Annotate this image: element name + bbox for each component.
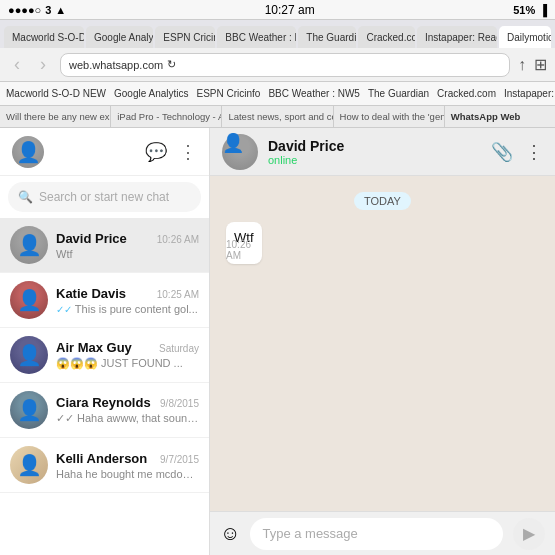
david-avatar-icon: 👤 — [17, 235, 42, 255]
search-bar[interactable]: 🔍 Search or start new chat — [8, 182, 201, 212]
more-icon[interactable]: ⋮ — [179, 141, 197, 163]
bookmarks-bar: Macworld S-O-D NEW Google Analytics ESPN… — [0, 82, 555, 106]
url-bar[interactable]: web.whatsapp.com ↻ — [60, 53, 510, 77]
new-tab-button[interactable]: ⊞ — [534, 55, 547, 74]
avatar-ciara: 👤 — [10, 391, 48, 429]
chat-item-kelli[interactable]: 👤 Kelli Anderson 9/7/2015 Haha he bought… — [0, 438, 209, 493]
browser-tab-0[interactable]: Macworld S-O-D NEW — [4, 26, 84, 48]
chat-contact-name: David Price — [268, 138, 481, 154]
site-tab-2[interactable]: Latest news, sport and comm... — [222, 106, 333, 127]
site-tab-4[interactable]: WhatsApp Web — [445, 106, 555, 127]
bookmark-1[interactable]: Google Analytics — [114, 88, 189, 99]
emoji-button[interactable]: ☺ — [220, 522, 240, 545]
bookmark-2[interactable]: ESPN Cricinfo — [197, 88, 261, 99]
browser-tab-3[interactable]: BBC Weather : NW5 — [217, 26, 296, 48]
chat-preview-ciara: ✓✓ Haha awww, that sound... — [56, 412, 199, 425]
send-button[interactable]: ▶ — [513, 518, 545, 550]
chat-preview-david: Wtf — [56, 248, 199, 260]
date-badge: TODAY — [354, 192, 411, 210]
browser-nav-bar: ‹ › web.whatsapp.com ↻ ↑ ⊞ — [0, 48, 555, 82]
attachment-icon[interactable]: 📎 — [491, 141, 513, 163]
browser-tab-2[interactable]: ESPN Cricinfo — [155, 26, 215, 48]
chat-header-actions: 📎 ⋮ — [491, 141, 543, 163]
chat-time-ciara: 9/8/2015 — [160, 398, 199, 409]
chat-sidebar: 👤 💬 ⋮ 🔍 Search or start new chat 👤 David… — [0, 128, 210, 555]
my-avatar[interactable]: 👤 — [12, 136, 44, 168]
status-left: ●●●●○ 3 ▲ — [8, 4, 66, 16]
status-bar: ●●●●○ 3 ▲ 10:27 am 51% ▐ — [0, 0, 555, 20]
browser-tab-5[interactable]: Cracked.com — [358, 26, 415, 48]
chat-info-ciara: Ciara Reynolds 9/8/2015 ✓✓ Haha awww, th… — [56, 395, 199, 425]
bookmark-6[interactable]: Instapaper: Read Later — [504, 88, 555, 99]
chat-contact-status: online — [268, 154, 481, 166]
chat-header-avatar: 👤 — [222, 134, 258, 170]
messages-area: TODAY Wtf 10:26 AM — [210, 176, 555, 511]
chat-name-kelli: Kelli Anderson — [56, 451, 147, 466]
browser-tab-7[interactable]: Dailymotion — [499, 26, 551, 48]
avatar-david: 👤 — [10, 226, 48, 264]
chat-item-ciara[interactable]: 👤 Ciara Reynolds 9/8/2015 ✓✓ Haha awww, … — [0, 383, 209, 438]
battery-label: 51% — [513, 4, 535, 16]
chat-header-info: David Price online — [268, 138, 481, 166]
chat-time-airmax: Saturday — [159, 343, 199, 354]
sidebar-actions: 💬 ⋮ — [145, 141, 197, 163]
status-right: 51% ▐ — [513, 4, 547, 16]
carrier-label: 3 — [45, 4, 51, 16]
signal-indicator: ●●●●○ — [8, 4, 41, 16]
bookmark-5[interactable]: Cracked.com — [437, 88, 496, 99]
chat-icon[interactable]: 💬 — [145, 141, 167, 163]
site-tab-3[interactable]: How to deal with the 'gentle... — [334, 106, 445, 127]
avatar-airmax: 👤 — [10, 336, 48, 374]
bookmark-3[interactable]: BBC Weather : NW5 — [268, 88, 360, 99]
sidebar-header: 👤 💬 ⋮ — [0, 128, 209, 176]
chat-item-katie[interactable]: 👤 Katie Davis 10:25 AM ✓✓ This is pure c… — [0, 273, 209, 328]
chat-preview-kelli: Haha he bought me mcdona... — [56, 468, 199, 480]
avatar-kelli: 👤 — [10, 446, 48, 484]
ciara-avatar-icon: 👤 — [17, 400, 42, 420]
chat-time-kelli: 9/7/2015 — [160, 454, 199, 465]
url-text: web.whatsapp.com — [69, 59, 163, 71]
browser-tab-4[interactable]: The Guardian — [298, 26, 356, 48]
forward-button[interactable]: › — [34, 54, 52, 75]
battery-icon: ▐ — [539, 4, 547, 16]
double-tick-icon: ✓✓ — [56, 304, 72, 315]
message-input[interactable]: Type a message — [250, 518, 503, 550]
status-time: 10:27 am — [265, 3, 315, 17]
chat-area: 👤 David Price online 📎 ⋮ TODAY Wtf 10:26… — [210, 128, 555, 555]
browser-tabs-bar: Macworld S-O-D NEW Google Analytics ESPN… — [0, 20, 555, 48]
katie-avatar-icon: 👤 — [17, 290, 42, 310]
chat-name-david: David Price — [56, 231, 127, 246]
search-placeholder: Search or start new chat — [39, 190, 169, 204]
chat-preview-katie: ✓✓ This is pure content gol... — [56, 303, 199, 315]
kelli-avatar-icon: 👤 — [17, 455, 42, 475]
site-tab-0[interactable]: Will there be any new expans... — [0, 106, 111, 127]
search-icon: 🔍 — [18, 190, 33, 204]
chat-more-icon[interactable]: ⋮ — [525, 141, 543, 163]
share-button[interactable]: ↑ — [518, 56, 526, 74]
bookmark-0[interactable]: Macworld S-O-D NEW — [6, 88, 106, 99]
site-tabs-bar: Will there be any new expans... iPad Pro… — [0, 106, 555, 128]
back-button[interactable]: ‹ — [8, 54, 26, 75]
airmax-avatar-icon: 👤 — [17, 345, 42, 365]
chat-item-david[interactable]: 👤 David Price 10:26 AM Wtf — [0, 218, 209, 273]
reload-icon[interactable]: ↻ — [167, 58, 176, 71]
chat-info-kelli: Kelli Anderson 9/7/2015 Haha he bought m… — [56, 451, 199, 480]
browser-tab-1[interactable]: Google Analytics — [86, 26, 153, 48]
chat-name-ciara: Ciara Reynolds — [56, 395, 151, 410]
site-tab-1[interactable]: iPad Pro - Technology - Apple — [111, 106, 222, 127]
chat-preview-airmax: 😱😱😱 JUST FOUND ... — [56, 357, 199, 370]
input-area: ☺ Type a message ▶ — [210, 511, 555, 555]
browser-tab-6[interactable]: Instapaper: Read Later — [417, 26, 497, 48]
message-time-0: 10:26 AM — [226, 239, 256, 261]
chat-item-airmax[interactable]: 👤 Air Max Guy Saturday 😱😱😱 JUST FOUND ..… — [0, 328, 209, 383]
chat-info-katie: Katie Davis 10:25 AM ✓✓ This is pure con… — [56, 286, 199, 315]
chat-header-avatar-icon: 👤 — [222, 133, 244, 153]
chat-time-david: 10:26 AM — [157, 234, 199, 245]
chat-name-katie: Katie Davis — [56, 286, 126, 301]
bookmark-4[interactable]: The Guardian — [368, 88, 429, 99]
avatar-katie: 👤 — [10, 281, 48, 319]
avatar-icon: 👤 — [16, 142, 41, 162]
chat-header: 👤 David Price online 📎 ⋮ — [210, 128, 555, 176]
message-bubble-0: Wtf 10:26 AM — [226, 222, 262, 264]
whatsapp-container: 👤 💬 ⋮ 🔍 Search or start new chat 👤 David… — [0, 128, 555, 555]
